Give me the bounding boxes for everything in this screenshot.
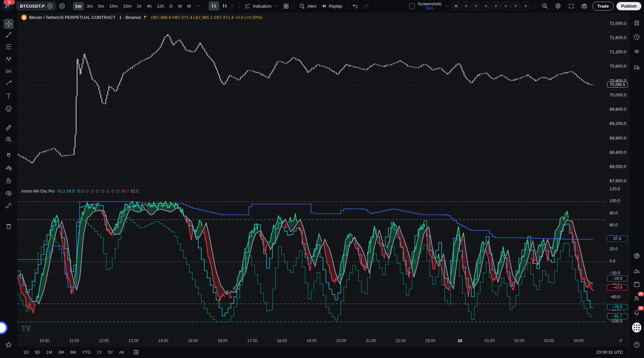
divider xyxy=(3,144,14,144)
divider xyxy=(206,2,206,10)
magnet-tool[interactable] xyxy=(4,151,14,161)
timeframe-M[interactable]: M xyxy=(185,2,193,10)
timeframe-10m[interactable]: 10m xyxy=(107,2,120,10)
layout-hotkey-v-3[interactable]: V xyxy=(482,2,490,10)
price-pane[interactable]: ₿ Bitcoin / TetherUS PERPETUAL CONTRACT … xyxy=(17,12,606,187)
clock-utc[interactable]: 23:00:31 UTC xyxy=(596,350,625,355)
timeframe-3m[interactable]: 3m xyxy=(85,2,95,10)
symbol-title[interactable]: Bitcoin / TetherUS PERPETUAL CONTRACT · … xyxy=(29,15,141,20)
layout-hotkey-v-4[interactable]: V xyxy=(491,2,500,10)
object-tree-icon[interactable] xyxy=(632,47,641,56)
range-5y[interactable]: 5Y xyxy=(105,348,116,356)
link-tool[interactable] xyxy=(4,201,14,210)
range-6m[interactable]: 6M xyxy=(67,348,79,356)
help-icon[interactable] xyxy=(632,340,641,349)
compare-add-icon[interactable] xyxy=(57,1,67,11)
indicators-button[interactable]: Indicators xyxy=(242,1,280,11)
layout-hotkey-v-2[interactable]: V xyxy=(472,2,480,10)
measure-tool[interactable] xyxy=(4,123,14,133)
timeframe-W[interactable]: W xyxy=(175,2,184,10)
drawing-lock-tool[interactable] xyxy=(4,162,14,172)
projection-tool[interactable] xyxy=(4,66,14,76)
hide-drawings-tool[interactable] xyxy=(4,188,14,198)
screener-radar-icon[interactable] xyxy=(632,251,641,261)
alert-button[interactable]: Alert xyxy=(297,1,318,11)
go-to-date-icon[interactable] xyxy=(131,348,141,357)
flag-icon[interactable] xyxy=(143,15,149,20)
range-5d[interactable]: 5D xyxy=(32,348,43,356)
chart-type-candles-button[interactable] xyxy=(209,1,219,11)
ideas-icon[interactable] xyxy=(632,266,641,275)
range-1m[interactable]: 1M xyxy=(43,348,55,356)
time-label: 13:00 xyxy=(129,338,139,343)
oscillator-value: 43.3 xyxy=(57,189,65,194)
redo-icon[interactable] xyxy=(361,1,372,11)
range-all[interactable]: All xyxy=(116,348,126,356)
layout-hotkey-v-1[interactable]: V xyxy=(462,2,470,10)
publish-button[interactable]: Publish xyxy=(616,2,641,10)
text-tool[interactable] xyxy=(4,91,14,101)
axis-gear-icon[interactable] xyxy=(618,338,623,343)
timeframe-1h[interactable]: 1h xyxy=(134,2,144,10)
chevron-down-icon[interactable] xyxy=(444,4,449,9)
price-axis[interactable]: 72,000.071,600.071,200.070,800.070,400.0… xyxy=(606,12,629,346)
fullscreen-icon[interactable] xyxy=(566,2,576,11)
quick-search-icon[interactable] xyxy=(540,1,550,11)
bottom-toolbar: 1D5D1M3M6MYTD1Y5YAll 23:00:31 UTC xyxy=(17,346,628,358)
price-tick-label: 69,200.0 xyxy=(610,121,626,126)
range-1d[interactable]: 1D xyxy=(21,348,32,356)
oscillator-chart xyxy=(17,187,606,336)
range-ytd[interactable]: YTD xyxy=(79,348,93,356)
trade-button[interactable]: Trade xyxy=(592,2,614,11)
camera-snapshot-icon[interactable] xyxy=(579,1,590,11)
apps-grid-icon[interactable] xyxy=(632,323,641,332)
timeframe-15m[interactable]: 15m xyxy=(121,2,134,10)
emoji-tool[interactable] xyxy=(4,104,14,114)
app-logo[interactable]: 11 xyxy=(3,1,13,11)
divider xyxy=(3,211,14,212)
crosshair-tool[interactable] xyxy=(4,19,14,29)
undo-icon[interactable] xyxy=(350,1,360,11)
trend-line-tool[interactable] xyxy=(4,30,14,40)
time-label: 02:00 xyxy=(514,338,524,343)
chat-icon[interactable] xyxy=(632,63,641,73)
oscillator-pane[interactable]: Axiom MA Osc Pro 43.359.878.8∅∅∅∅∅∅∅60.7… xyxy=(17,187,606,336)
symbol-search-button[interactable]: BTCUSDT.P xyxy=(16,1,56,11)
range-3m[interactable]: 3M xyxy=(55,348,67,356)
timeframe-4h[interactable]: 4h xyxy=(145,2,154,10)
replay-label: Replay xyxy=(329,4,342,9)
calendar-icon[interactable] xyxy=(632,280,641,289)
star-favorites[interactable] xyxy=(4,340,14,350)
alerts-clock-icon[interactable] xyxy=(632,32,641,42)
lock-all-tool[interactable] xyxy=(4,176,14,186)
range-1y[interactable]: 1Y xyxy=(94,348,104,356)
time-label: 10:00 xyxy=(39,338,49,343)
timeframe-D[interactable]: D xyxy=(167,2,175,10)
screenshots-button[interactable]: Screenshots Save xyxy=(418,2,441,10)
timeframe-5m[interactable]: 5m xyxy=(96,2,106,10)
layout-hotkey-v-5[interactable]: V xyxy=(501,2,510,10)
streams-icon[interactable]: 24 xyxy=(632,294,641,303)
settings-gear-icon[interactable] xyxy=(553,1,563,11)
time-axis[interactable]: 10:0011:0012:0013:0014:0015:0016:0017:00… xyxy=(17,335,606,346)
remove-drawings-tool[interactable] xyxy=(4,221,14,231)
watchlist-icon[interactable] xyxy=(632,19,641,28)
indicator-templates-icon[interactable] xyxy=(281,2,291,11)
screenshots-checkbox[interactable] xyxy=(409,3,415,9)
pattern-tool[interactable] xyxy=(4,54,14,64)
oscillator-value: ∅ xyxy=(111,189,114,194)
oscillator-title[interactable]: Axiom MA Osc Pro xyxy=(21,189,55,194)
replay-button[interactable]: Replay xyxy=(319,2,344,10)
indicators-icon xyxy=(244,3,251,9)
zoom-in-tool[interactable] xyxy=(4,134,14,144)
layout-hotkey-v-7[interactable]: V xyxy=(521,2,530,10)
brush-tool[interactable] xyxy=(4,79,14,89)
fib-retracement-tool[interactable] xyxy=(4,42,14,52)
timeframe-12h[interactable]: 12h xyxy=(155,2,166,10)
timeframe-1m[interactable]: 1m xyxy=(73,2,84,10)
chevron-down-icon[interactable] xyxy=(194,2,203,10)
layout-hotkey-m-0[interactable]: M xyxy=(452,2,460,10)
chart-type-dropdown[interactable] xyxy=(220,2,236,10)
layout-hotkey-v-6[interactable]: V xyxy=(511,2,520,10)
notifications-bell-icon[interactable]: 10 xyxy=(632,308,641,317)
